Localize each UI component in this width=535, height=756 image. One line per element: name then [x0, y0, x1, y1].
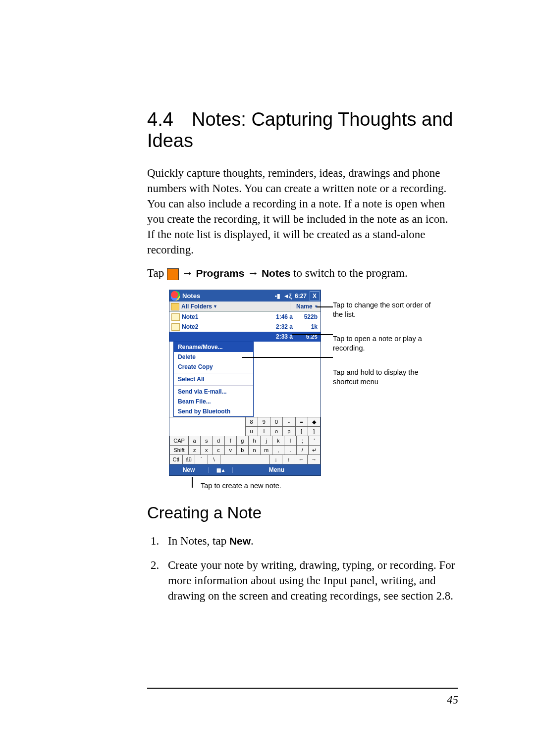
leader-line: [292, 334, 333, 335]
page-footer: 45: [147, 688, 458, 706]
key[interactable]: h: [249, 436, 261, 446]
step-text: In Notes, tap: [168, 535, 229, 547]
menu-item-beam[interactable]: Beam File...: [174, 397, 253, 406]
footer-rule: [147, 688, 458, 689]
key-up[interactable]: ↑: [282, 455, 295, 464]
key-enter[interactable]: ↵: [309, 446, 321, 455]
annotation-shortcut: Tap and hold to display the shortcut men…: [333, 368, 437, 387]
key[interactable]: a: [189, 436, 201, 446]
context-menu: Rename/Move... Delete Create Copy Select…: [173, 342, 254, 417]
menu-item-copy[interactable]: Create Copy: [174, 362, 253, 372]
menu-item-rename[interactable]: Rename/Move...: [174, 342, 253, 352]
note-time: 2:33 a: [258, 333, 293, 340]
nav-programs: Programs: [196, 267, 244, 279]
key[interactable]: s: [201, 436, 213, 446]
sort-name[interactable]: Name ▾: [290, 303, 321, 310]
soft-keyboard[interactable]: 890-=◆ uiop[] CAPasdfghjkl;' Shiftzxcvbn…: [169, 417, 321, 464]
menu-separator: [174, 373, 253, 373]
note-name: Note1: [182, 313, 258, 320]
key[interactable]: ;: [297, 436, 309, 446]
bottom-bar: New ▦ ▴ Menu: [169, 464, 321, 475]
annotations: Tap to change the sort order of the list…: [333, 290, 437, 401]
folder-icon: [171, 303, 179, 310]
nav-pre: Tap: [147, 267, 167, 279]
new-button[interactable]: New: [169, 466, 208, 473]
note-size: 1k: [293, 323, 319, 330]
key[interactable]: l: [284, 436, 296, 446]
key[interactable]: [: [296, 427, 308, 436]
key[interactable]: j: [261, 436, 272, 446]
note-list: Note1 1:46 a 522b Note2 2:32 a 1k 2:33 a…: [169, 312, 321, 417]
key[interactable]: i: [258, 427, 270, 436]
menu-item-bluetooth[interactable]: Send by Bluetooth: [174, 406, 253, 416]
key-down[interactable]: ↓: [270, 455, 283, 464]
close-icon[interactable]: X: [310, 291, 320, 301]
page-number: 45: [147, 694, 458, 706]
key[interactable]: =: [296, 417, 308, 427]
key[interactable]: z: [189, 446, 201, 455]
key[interactable]: g: [237, 436, 249, 446]
menu-item-email[interactable]: Send via E-mail...: [174, 387, 253, 397]
arrow-icon: →: [182, 267, 193, 279]
key-space[interactable]: [220, 455, 269, 464]
key[interactable]: /: [297, 446, 309, 455]
leader-line: [242, 357, 333, 358]
menu-separator: [174, 385, 253, 386]
key[interactable]: `: [195, 455, 208, 464]
key[interactable]: ': [309, 436, 321, 446]
key[interactable]: 8: [245, 417, 258, 427]
section-heading: 4.4Notes: Capturing Thoughts and Ideas: [147, 109, 458, 151]
step-text: .: [251, 535, 254, 547]
key[interactable]: 9: [258, 417, 270, 427]
key[interactable]: ]: [308, 427, 321, 436]
list-item-selected[interactable]: 2:33 a 5.2s: [169, 332, 321, 342]
menu-item-select-all[interactable]: Select All: [174, 374, 253, 384]
key-backspace[interactable]: ◆: [308, 417, 321, 427]
key[interactable]: f: [225, 436, 237, 446]
key-right[interactable]: →: [308, 455, 321, 464]
key[interactable]: c: [213, 446, 224, 455]
key[interactable]: p: [283, 427, 295, 436]
folder-picker[interactable]: All Folders▼: [181, 303, 290, 310]
section-title: Notes: Capturing Thoughts and Ideas: [147, 109, 453, 151]
key-shift[interactable]: Shift: [169, 446, 189, 455]
key[interactable]: .: [284, 446, 296, 455]
key[interactable]: -: [283, 417, 295, 427]
note-icon: [171, 323, 180, 331]
key[interactable]: x: [201, 446, 213, 455]
key[interactable]: \: [208, 455, 221, 464]
section-number: 4.4: [147, 109, 192, 130]
windows-flag-icon[interactable]: [171, 290, 180, 302]
key[interactable]: v: [225, 446, 237, 455]
key[interactable]: d: [213, 436, 224, 446]
key-caps[interactable]: CAP: [169, 436, 189, 446]
sip-toggle[interactable]: ▦ ▴: [208, 467, 233, 473]
signal-icon: ▪▮: [274, 293, 280, 300]
key-ctrl[interactable]: Ctl: [169, 455, 183, 464]
key[interactable]: b: [237, 446, 249, 455]
key[interactable]: o: [270, 427, 283, 436]
app-title: Notes: [181, 292, 274, 300]
list-item[interactable]: Note1 1:46 a 522b: [169, 312, 321, 322]
key[interactable]: 0: [270, 417, 283, 427]
list-item[interactable]: Note2 2:32 a 1k: [169, 322, 321, 332]
subsection-heading: Creating a Note: [147, 504, 458, 522]
steps-list: In Notes, tap New. Create your note by w…: [147, 533, 458, 604]
nav-post: to switch to the program.: [290, 267, 407, 279]
key-intl[interactable]: áü: [183, 455, 196, 464]
menu-item-delete[interactable]: Delete: [174, 352, 253, 362]
phone-screenshot: Notes ▪▮ ◄ξ 6:27 X All Folders▼ Name ▾ N…: [169, 290, 321, 476]
title-bar: Notes ▪▮ ◄ξ 6:27 X: [169, 290, 321, 302]
annotation-open: Tap to open a note or play a recording.: [333, 334, 437, 353]
menu-button[interactable]: Menu: [233, 466, 321, 473]
key[interactable]: n: [249, 446, 261, 455]
key[interactable]: ,: [272, 446, 284, 455]
key-left[interactable]: ←: [295, 455, 308, 464]
note-time: 2:32 a: [258, 323, 293, 330]
key[interactable]: u: [245, 427, 258, 436]
step-1: In Notes, tap New.: [162, 533, 458, 549]
windows-start-icon: [167, 268, 179, 280]
key[interactable]: k: [272, 436, 284, 446]
note-name: Note2: [182, 323, 258, 330]
key[interactable]: m: [261, 446, 272, 455]
